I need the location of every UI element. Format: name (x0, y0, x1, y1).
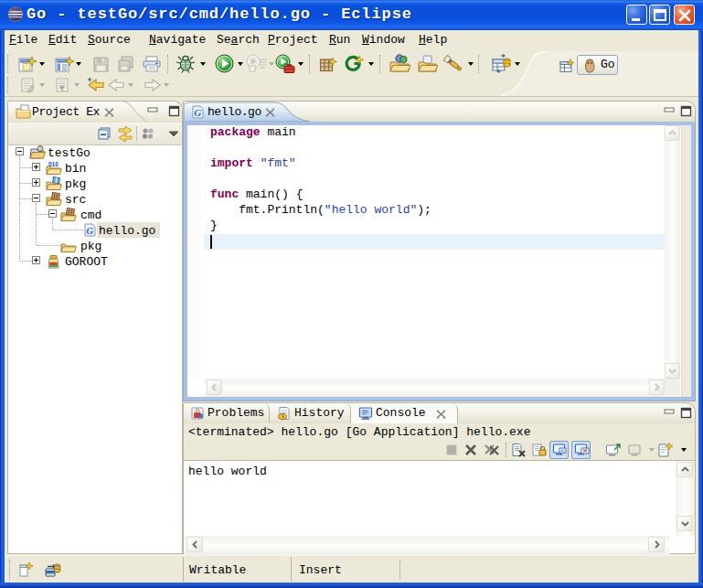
svg-text:G: G (86, 225, 93, 236)
svg-text:G: G (194, 107, 201, 118)
svg-text:010: 010 (48, 161, 59, 167)
